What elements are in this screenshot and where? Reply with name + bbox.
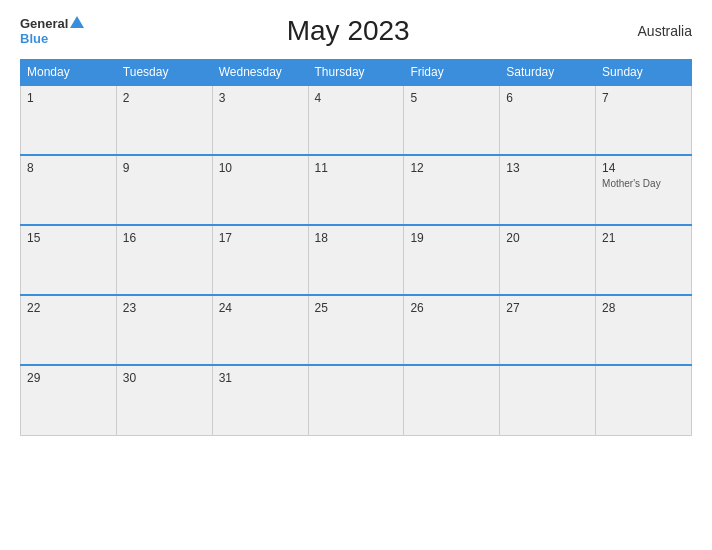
calendar-cell: 12 (404, 155, 500, 225)
calendar-cell: 21 (596, 225, 692, 295)
calendar-cell: 31 (212, 365, 308, 435)
day-number: 30 (123, 371, 136, 385)
country-label: Australia (612, 23, 692, 39)
calendar-week-row: 15161718192021 (21, 225, 692, 295)
day-number: 7 (602, 91, 609, 105)
calendar-cell: 27 (500, 295, 596, 365)
header: General Blue May 2023 Australia (20, 15, 692, 47)
event-label: Mother's Day (602, 178, 685, 189)
calendar-cell: 1 (21, 85, 117, 155)
calendar-cell: 3 (212, 85, 308, 155)
day-number: 14 (602, 161, 615, 175)
day-number: 27 (506, 301, 519, 315)
calendar-cell: 20 (500, 225, 596, 295)
day-number: 16 (123, 231, 136, 245)
day-number: 6 (506, 91, 513, 105)
col-sunday: Sunday (596, 60, 692, 86)
calendar-cell: 29 (21, 365, 117, 435)
calendar-cell: 9 (116, 155, 212, 225)
day-number: 5 (410, 91, 417, 105)
calendar-cell: 5 (404, 85, 500, 155)
day-number: 25 (315, 301, 328, 315)
calendar-cell (596, 365, 692, 435)
col-saturday: Saturday (500, 60, 596, 86)
calendar-cell: 7 (596, 85, 692, 155)
calendar-week-row: 1234567 (21, 85, 692, 155)
col-thursday: Thursday (308, 60, 404, 86)
calendar-week-row: 891011121314Mother's Day (21, 155, 692, 225)
calendar-cell: 13 (500, 155, 596, 225)
calendar-cell: 2 (116, 85, 212, 155)
page: General Blue May 2023 Australia Monday T… (0, 0, 712, 550)
calendar-cell: 14Mother's Day (596, 155, 692, 225)
calendar-cell: 25 (308, 295, 404, 365)
day-number: 19 (410, 231, 423, 245)
calendar-cell: 26 (404, 295, 500, 365)
logo-triangle-icon (70, 16, 84, 28)
logo: General Blue (20, 16, 84, 46)
calendar-cell: 19 (404, 225, 500, 295)
day-number: 22 (27, 301, 40, 315)
day-number: 11 (315, 161, 328, 175)
day-number: 23 (123, 301, 136, 315)
calendar-cell: 15 (21, 225, 117, 295)
calendar-cell: 30 (116, 365, 212, 435)
logo-general-text: General (20, 16, 68, 31)
day-number: 26 (410, 301, 423, 315)
calendar-cell (404, 365, 500, 435)
day-number: 10 (219, 161, 232, 175)
day-number: 24 (219, 301, 232, 315)
day-number: 9 (123, 161, 130, 175)
day-number: 1 (27, 91, 34, 105)
calendar-cell: 18 (308, 225, 404, 295)
day-number: 2 (123, 91, 130, 105)
day-number: 28 (602, 301, 615, 315)
col-monday: Monday (21, 60, 117, 86)
calendar-week-row: 293031 (21, 365, 692, 435)
calendar-cell: 10 (212, 155, 308, 225)
col-tuesday: Tuesday (116, 60, 212, 86)
calendar-header-row: Monday Tuesday Wednesday Thursday Friday… (21, 60, 692, 86)
calendar-week-row: 22232425262728 (21, 295, 692, 365)
calendar-cell: 17 (212, 225, 308, 295)
calendar-cell: 24 (212, 295, 308, 365)
day-number: 12 (410, 161, 423, 175)
day-number: 18 (315, 231, 328, 245)
col-friday: Friday (404, 60, 500, 86)
calendar-cell: 22 (21, 295, 117, 365)
day-number: 15 (27, 231, 40, 245)
calendar-cell: 28 (596, 295, 692, 365)
calendar-cell: 11 (308, 155, 404, 225)
col-wednesday: Wednesday (212, 60, 308, 86)
logo-blue-text: Blue (20, 31, 48, 46)
day-number: 17 (219, 231, 232, 245)
calendar-cell (500, 365, 596, 435)
day-number: 31 (219, 371, 232, 385)
calendar-cell: 16 (116, 225, 212, 295)
calendar-cell (308, 365, 404, 435)
calendar-cell: 4 (308, 85, 404, 155)
calendar-title: May 2023 (84, 15, 612, 47)
calendar-cell: 8 (21, 155, 117, 225)
day-number: 8 (27, 161, 34, 175)
calendar-cell: 6 (500, 85, 596, 155)
day-number: 20 (506, 231, 519, 245)
day-number: 4 (315, 91, 322, 105)
day-number: 13 (506, 161, 519, 175)
day-number: 21 (602, 231, 615, 245)
calendar-cell: 23 (116, 295, 212, 365)
calendar-table: Monday Tuesday Wednesday Thursday Friday… (20, 59, 692, 436)
day-number: 3 (219, 91, 226, 105)
day-number: 29 (27, 371, 40, 385)
